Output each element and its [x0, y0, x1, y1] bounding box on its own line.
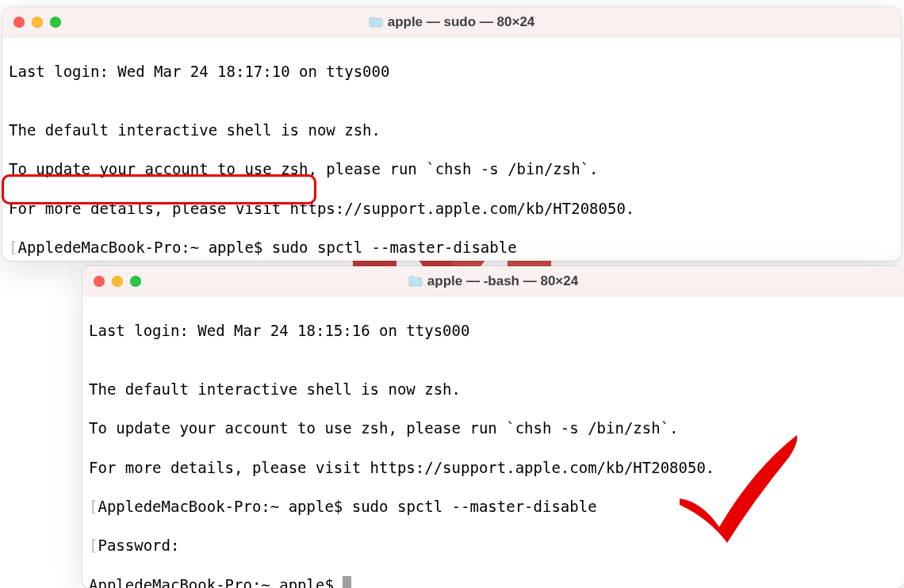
terminal-line: The default interactive shell is now zsh… — [89, 380, 898, 399]
terminal-line: AppledeMacBook-Pro:~ apple$ — [89, 575, 898, 588]
window-title: apple — -bash — 80×24 — [427, 273, 578, 289]
title-bar[interactable]: apple — sudo — 80×24 — [2, 7, 901, 37]
prompt-line: AppledeMacBook-Pro:~ apple$ — [89, 576, 343, 588]
terminal-line: To update your account to use zsh, pleas… — [9, 159, 894, 179]
terminal-line: Last login: Wed Mar 24 18:17:10 on ttys0… — [9, 62, 894, 82]
terminal-content[interactable]: Last login: Wed Mar 24 18:17:10 on ttys0… — [2, 37, 901, 261]
block-cursor — [343, 576, 351, 588]
maximize-button[interactable] — [50, 17, 61, 28]
terminal-content[interactable]: Last login: Wed Mar 24 18:15:16 on ttys0… — [82, 296, 904, 588]
password-prompt: Password: — [98, 536, 179, 554]
terminal-line: For more details, please visit https://s… — [9, 199, 894, 219]
minimize-button[interactable] — [32, 17, 43, 28]
folder-icon — [369, 17, 383, 28]
prompt-line: AppledeMacBook-Pro:~ apple$ sudo spctl -… — [98, 498, 596, 515]
terminal-line: For more details, please visit https://s… — [89, 458, 898, 478]
terminal-window-sudo[interactable]: apple — sudo — 80×24 Last login: Wed Mar… — [2, 7, 901, 261]
minimize-button[interactable] — [112, 276, 123, 287]
title-bar[interactable]: apple — -bash — 80×24 — [82, 266, 904, 296]
terminal-line: [Password: — [89, 536, 898, 556]
terminal-line: To update your account to use zsh, pleas… — [89, 418, 898, 438]
folder-icon — [408, 276, 423, 287]
terminal-line: [AppledeMacBook-Pro:~ apple$ sudo spctl … — [9, 238, 894, 258]
close-button[interactable] — [94, 276, 105, 287]
window-title: apple — sudo — 80×24 — [388, 14, 535, 30]
terminal-line: [AppledeMacBook-Pro:~ apple$ sudo spctl … — [89, 497, 898, 517]
maximize-button[interactable] — [130, 276, 141, 287]
close-button[interactable] — [13, 17, 25, 28]
title-center: apple — sudo — 80×24 — [2, 14, 901, 30]
terminal-line: The default interactive shell is now zsh… — [9, 120, 894, 140]
prompt-line: AppledeMacBook-Pro:~ apple$ sudo spctl -… — [17, 239, 516, 256]
traffic-lights — [13, 17, 61, 28]
terminal-line: Last login: Wed Mar 24 18:15:16 on ttys0… — [89, 321, 898, 341]
terminal-window-bash[interactable]: apple — -bash — 80×24 Last login: Wed Ma… — [82, 266, 904, 588]
traffic-lights — [94, 276, 141, 287]
title-center: apple — -bash — 80×24 — [82, 273, 904, 289]
